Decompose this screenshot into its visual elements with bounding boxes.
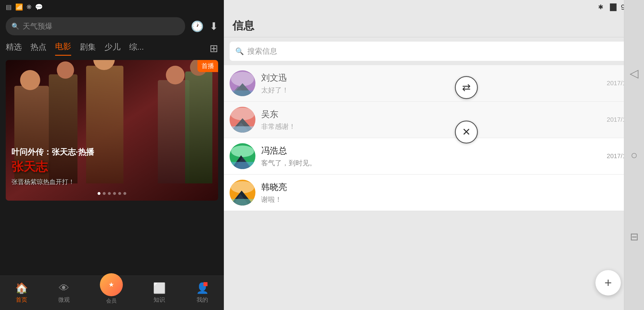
compose-message-button[interactable]: + — [595, 270, 621, 296]
battery-status: ▐█ — [608, 3, 616, 11]
grid-view-icon[interactable]: ⊞ — [210, 42, 218, 55]
tab-dianying[interactable]: 电影 — [55, 41, 71, 56]
brand-icon: ❋ — [26, 3, 32, 11]
message-item-hanxiaoliang[interactable]: 韩晓亮 谢啦！ 2 — [224, 175, 644, 211]
msg-content-hanxiaoliang: 韩晓亮 谢啦！ — [261, 181, 628, 204]
battery-icon: ▤ — [6, 3, 12, 11]
message-list: 刘文迅 太好了！ 2017/12/20 吴东 非常感谢！ — [224, 65, 644, 310]
dot-2 — [103, 192, 106, 195]
search-msg-hint: 搜索信息 — [247, 46, 277, 56]
search-msg-icon: 🔍 — [235, 47, 244, 55]
download-button[interactable]: ⬇ — [210, 20, 218, 32]
banner-subtitle-area: 张晋杨紫琼热血开打！ — [11, 175, 75, 186]
bottom-nav: 🏠 首页 👁 微观 ★ 会员 ⬜ 知识 👤 我的 — [0, 276, 224, 310]
dot-4 — [113, 192, 116, 195]
avatar-fenghaozong — [230, 143, 255, 169]
msg-name-wudong: 吴东 — [261, 108, 607, 120]
dot-3 — [108, 192, 111, 195]
back-icon: ◁ — [630, 67, 639, 80]
nav-tabs: 精选 热点 电影 剧集 少儿 综... ⊞ — [0, 35, 224, 56]
msg-name-liuwenxun: 刘文迅 — [261, 72, 607, 84]
svg-rect-19 — [230, 199, 255, 206]
movie-title-main: 张天志 — [11, 159, 212, 175]
swap-panels-button[interactable]: ⇄ — [455, 76, 478, 99]
tab-redian[interactable]: 热点 — [30, 42, 46, 55]
first-broadcast-badge: 首播 — [197, 60, 218, 72]
nav-weiguan-label: 微观 — [58, 296, 70, 304]
home-icon: 🏠 — [15, 282, 28, 294]
recents-icon: ⊟ — [630, 231, 639, 243]
message-item-fenghaozong[interactable]: 冯浩总 客气了，到时见。 2017/12/11 — [224, 138, 644, 175]
tab-shaoner[interactable]: 少儿 — [104, 42, 121, 55]
msg-preview-wudong: 非常感谢！ — [261, 122, 607, 131]
nav-special-center[interactable]: ★ 会员 — [100, 282, 123, 304]
home-button[interactable]: ○ — [626, 146, 643, 164]
chat-icon: 💬 — [35, 3, 43, 11]
swap-icon: ⇄ — [462, 82, 471, 94]
close-icon: ✕ — [462, 126, 471, 138]
zhishi-icon: ⬜ — [153, 282, 166, 294]
nav-home[interactable]: 🏠 首页 — [15, 282, 28, 304]
search-icon: 🔍 — [11, 23, 19, 30]
msg-name-fenghaozong: 冯浩总 — [261, 145, 607, 157]
side-nav-buttons: ◁ ○ ⊟ — [624, 0, 644, 310]
search-input-container[interactable]: 🔍 天气预爆 — [6, 17, 185, 35]
tab-zong[interactable]: 综... — [129, 42, 144, 55]
app-header: 信息 ⋮ — [224, 14, 644, 37]
wifi-icon: 📶 — [15, 3, 23, 11]
tab-jingxuan[interactable]: 精选 — [6, 42, 22, 55]
msg-name-hanxiaoliang: 韩晓亮 — [261, 181, 628, 193]
msg-preview-liuwenxun: 太好了！ — [261, 86, 607, 95]
compose-icon: + — [604, 276, 612, 290]
dot-6 — [123, 192, 126, 195]
msg-content-fenghaozong: 冯浩总 客气了，到时见。 — [261, 145, 607, 168]
message-item-wudong[interactable]: 吴东 非常感谢！ 2017/12/13 — [224, 102, 644, 138]
back-button[interactable]: ◁ — [626, 65, 643, 82]
avatar-wudong — [230, 107, 255, 133]
circle-icon: ○ — [631, 149, 637, 162]
movie-title-prefix: 叶问外传：张天志·热播 — [11, 147, 212, 158]
msg-content-liuwenxun: 刘文迅 太好了！ — [261, 72, 607, 95]
nav-weiguan[interactable]: 👁 微观 — [58, 282, 70, 304]
special-icon: ★ — [100, 273, 123, 296]
messaging-app-panel: ✱ ▐█ 9:10 信息 ⋮ 🔍 搜索信息 刘文迅 — [224, 0, 644, 310]
weiguan-icon: 👁 — [59, 282, 69, 294]
msg-content-wudong: 吴东 非常感谢！ — [261, 108, 607, 131]
banner-subtitle: 张晋杨紫琼热血开打！ — [11, 178, 75, 186]
nav-home-label: 首页 — [16, 296, 27, 304]
message-item-liuwenxun[interactable]: 刘文迅 太好了！ 2017/12/20 — [224, 65, 644, 102]
movie-title: 叶问外传：张天志·热播 张天志 — [11, 147, 212, 175]
nav-mine[interactable]: 👤 我的 — [196, 282, 209, 304]
status-bar-right: ✱ ▐█ 9:10 — [224, 0, 644, 14]
svg-point-16 — [231, 181, 254, 193]
history-button[interactable]: 🕐 — [191, 20, 204, 32]
nav-zhishi-label: 知识 — [154, 296, 165, 304]
search-bar: 🔍 天气预爆 🕐 ⬇ — [6, 17, 218, 35]
nav-zhishi[interactable]: ⬜ 知识 — [153, 282, 166, 304]
nav-mine-label: 我的 — [197, 296, 208, 304]
status-bar-left: ▤ 📶 ❋ 💬 — [0, 0, 224, 14]
svg-rect-14 — [230, 162, 255, 169]
dot-5 — [118, 192, 121, 195]
dot-1 — [98, 192, 100, 195]
avatar-hanxiaoliang — [230, 180, 255, 206]
search-messages-bar[interactable]: 🔍 搜索信息 — [230, 42, 638, 61]
app-title: 信息 — [232, 18, 626, 33]
svg-rect-4 — [230, 90, 255, 96]
tab-juji[interactable]: 剧集 — [80, 42, 96, 55]
movie-banner[interactable]: 首播 叶问外传：张天志·热播 张天志 张晋杨紫琼热血开打！ — [6, 60, 218, 201]
banner-indicators — [98, 192, 126, 195]
video-app-panel: ▤ 📶 ❋ 💬 🔍 天气预爆 🕐 ⬇ 精选 热点 电影 剧集 少儿 综... ⊞… — [0, 0, 224, 310]
avatar-liuwenxun — [230, 70, 255, 96]
close-overlay-button[interactable]: ✕ — [455, 121, 478, 144]
svg-rect-9 — [230, 126, 255, 133]
special-label: 会员 — [106, 297, 117, 304]
bluetooth-icon: ✱ — [598, 3, 603, 11]
recents-button[interactable]: ⊟ — [626, 228, 643, 245]
svg-point-11 — [231, 146, 254, 157]
msg-preview-hanxiaoliang: 谢啦！ — [261, 195, 628, 204]
msg-preview-fenghaozong: 客气了，到时见。 — [261, 158, 607, 168]
search-hint: 天气预爆 — [23, 21, 53, 31]
